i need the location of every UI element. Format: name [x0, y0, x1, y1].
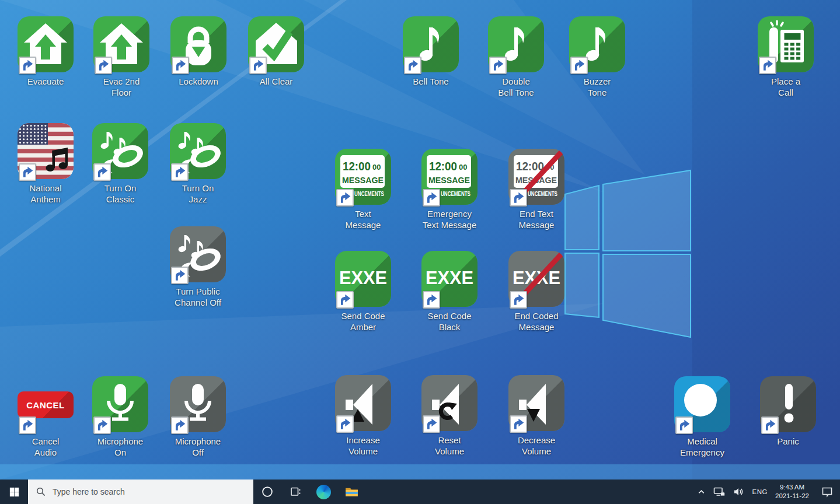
desktop-icon-reset-volume[interactable]: ResetVolume: [421, 375, 477, 431]
tray-network-icon[interactable]: [713, 487, 726, 498]
shortcut-arrow-icon: [171, 416, 189, 434]
shortcut-arrow-icon: [172, 57, 189, 74]
desktop-icon-medical-emergency[interactable]: MedicalEmergency: [674, 376, 730, 432]
desktop-icon-label: ResetVolume: [405, 435, 494, 457]
desktop-icon-send-code-amber[interactable]: EXXESend CodeAmber: [335, 251, 391, 307]
start-button[interactable]: [0, 480, 28, 504]
tray-date: 2021-11-22: [775, 492, 809, 501]
desktop-icon-label: BuzzerTone: [553, 76, 642, 98]
file-explorer-button[interactable]: [337, 480, 365, 504]
shortcut-arrow-icon: [19, 57, 36, 74]
cortana-button[interactable]: [253, 480, 281, 504]
desktop-icon-end-coded-message[interactable]: EXXEEnd CodedMessage: [508, 251, 564, 307]
shortcut-arrow-icon: [423, 291, 440, 309]
desktop-icon-label: Turn PublicChannel Off: [154, 286, 242, 308]
desktop-icon-place-a-call[interactable]: Place aCall: [758, 16, 814, 72]
shortcut-arrow-icon: [95, 57, 112, 74]
shortcut-arrow-icon: [761, 416, 779, 434]
shortcut-arrow-icon: [489, 57, 507, 74]
windows-desktop-screen: EvacuateEvac 2ndFloorLockdownAll ClearBe…: [0, 0, 840, 504]
shortcut-arrow-icon: [336, 415, 354, 433]
desktop-icon-evacuate[interactable]: Evacuate: [18, 16, 74, 72]
desktop-icon-label: EmergencyText Message: [405, 208, 494, 230]
desktop-icon-emergency-text-message[interactable]: 12:0000MESSAGEUNCEMENTSEmergencyText Mes…: [421, 149, 477, 205]
cancel-pill: CANCEL: [18, 391, 74, 418]
desktop-icon-label: DecreaseVolume: [492, 435, 581, 457]
desktop-icon-all-clear[interactable]: All Clear: [248, 16, 304, 72]
desktop-icons-layer: EvacuateEvac 2ndFloorLockdownAll ClearBe…: [0, 0, 840, 480]
desktop-icon-label: Panic: [744, 436, 832, 447]
desktop-icon-label: End CodedMessage: [492, 310, 581, 332]
system-tray: ENG 9:43 AM 2021-11-22: [697, 480, 840, 504]
desktop-icon-label: All Clear: [232, 76, 320, 87]
task-view-icon: [288, 485, 302, 499]
shortcut-arrow-icon: [675, 416, 693, 434]
desktop-icon-double-bell-tone[interactable]: DoubleBell Tone: [488, 16, 544, 72]
windows-start-icon: [9, 487, 19, 497]
shortcut-arrow-icon: [510, 415, 527, 433]
desktop-icon-label: Send CodeBlack: [405, 310, 494, 332]
shortcut-arrow-icon: [93, 416, 111, 434]
svg-text:00: 00: [459, 163, 467, 172]
task-view-button[interactable]: [281, 480, 309, 504]
tray-time: 9:43 AM: [775, 483, 809, 492]
desktop-icon-turn-on-classic[interactable]: Turn OnClassic: [92, 123, 148, 179]
svg-text:UNCEMENTS: UNCEMENTS: [354, 190, 384, 197]
taskbar-search-input[interactable]: Type here to search: [28, 480, 253, 504]
desktop[interactable]: EvacuateEvac 2ndFloorLockdownAll ClearBe…: [0, 0, 840, 480]
svg-text:UNCEMENTS: UNCEMENTS: [441, 190, 470, 197]
desktop-icon-microphone-on[interactable]: MicrophoneOn: [92, 376, 148, 432]
desktop-icon-turn-public-channel-off[interactable]: Turn PublicChannel Off: [170, 226, 226, 282]
desktop-icon-microphone-off[interactable]: MicrophoneOff: [170, 376, 226, 432]
desktop-icon-increase-volume[interactable]: IncreaseVolume: [335, 375, 391, 431]
action-center-icon: [821, 487, 833, 498]
desktop-icon-label: Turn OnClassic: [76, 183, 165, 205]
shortcut-arrow-icon: [171, 267, 189, 284]
desktop-icon-label: MicrophoneOn: [76, 436, 165, 458]
desktop-icon-label: Turn OnJazz: [154, 183, 242, 205]
cortana-icon: [261, 485, 274, 498]
svg-text:MESSAGE: MESSAGE: [342, 175, 384, 185]
shortcut-arrow-icon: [423, 189, 440, 206]
edge-icon: [316, 485, 331, 499]
shortcut-arrow-icon: [19, 416, 36, 434]
desktop-icon-send-code-black[interactable]: EXXESend CodeBlack: [421, 251, 477, 307]
tray-language-indicator[interactable]: ENG: [752, 488, 768, 495]
desktop-icon-label: End TextMessage: [492, 208, 581, 230]
svg-text:EXXE: EXXE: [426, 268, 473, 288]
shortcut-arrow-icon: [510, 189, 527, 206]
tray-clock[interactable]: 9:43 AM 2021-11-22: [775, 483, 809, 501]
shortcut-arrow-icon: [171, 163, 189, 181]
shortcut-arrow-icon: [93, 163, 111, 181]
desktop-icon-panic[interactable]: Panic: [760, 376, 816, 432]
tray-volume-icon[interactable]: [733, 487, 745, 496]
desktop-icon-end-text-message[interactable]: 12:0000MESSAGEUNCEMENTSEnd TextMessage: [508, 149, 564, 205]
desktop-icon-buzzer-tone[interactable]: BuzzerTone: [569, 16, 625, 72]
desktop-icon-label: Lockdown: [154, 76, 243, 87]
desktop-icon-label: Bell Tone: [386, 76, 475, 87]
desktop-icon-label: TextMessage: [319, 208, 407, 230]
taskbar: Type here to search: [0, 480, 840, 504]
svg-text:00: 00: [372, 163, 381, 172]
desktop-icon-bell-tone[interactable]: Bell Tone: [403, 16, 459, 72]
desktop-icon-evac-2nd-floor[interactable]: Evac 2ndFloor: [93, 16, 149, 72]
shortcut-arrow-icon: [249, 57, 267, 74]
desktop-icon-label: IncreaseVolume: [319, 435, 407, 457]
desktop-icon-label: Send CodeAmber: [319, 310, 407, 332]
desktop-icon-cancel-audio[interactable]: CANCELCancelAudio: [18, 376, 74, 432]
action-center-button[interactable]: [821, 487, 833, 498]
svg-text:MESSAGE: MESSAGE: [428, 175, 470, 185]
shortcut-arrow-icon: [336, 189, 354, 206]
shortcut-arrow-icon: [510, 291, 527, 309]
desktop-icon-text-message[interactable]: 12:0000MESSAGEUNCEMENTSTextMessage: [335, 149, 391, 205]
desktop-icon-turn-on-jazz[interactable]: Turn OnJazz: [170, 123, 226, 179]
file-explorer-icon: [344, 485, 359, 499]
desktop-icon-national-anthem[interactable]: NationalAnthem: [18, 123, 74, 179]
tray-chevron-up-icon[interactable]: [697, 488, 706, 496]
edge-browser-button[interactable]: [309, 480, 337, 504]
desktop-icon-decrease-volume[interactable]: DecreaseVolume: [508, 375, 564, 431]
desktop-icon-lockdown[interactable]: Lockdown: [170, 16, 226, 72]
svg-text:12:00: 12:00: [429, 160, 457, 173]
shortcut-arrow-icon: [423, 415, 440, 433]
search-icon: [36, 487, 46, 496]
